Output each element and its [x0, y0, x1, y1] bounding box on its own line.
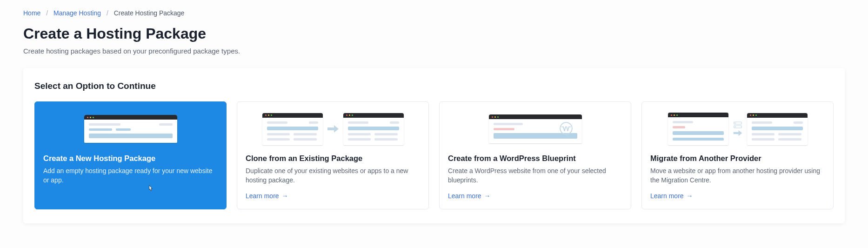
wordpress-icon: [560, 122, 573, 135]
svg-point-4: [735, 127, 736, 127]
learn-more-label: Learn more: [650, 192, 684, 200]
svg-point-0: [560, 122, 572, 134]
learn-more-link[interactable]: Learn more →: [650, 192, 825, 200]
arrow-right-icon: →: [687, 192, 693, 200]
options-panel: Select an Option to Continue Create a Ne…: [23, 68, 845, 223]
card-description: Create a WordPress website from one of y…: [448, 167, 622, 185]
breadcrumb: Home / Manage Hosting / Create Hosting P…: [23, 9, 845, 17]
svg-point-3: [735, 123, 736, 124]
arrow-right-icon: [733, 130, 742, 136]
learn-more-label: Learn more: [246, 192, 279, 200]
card-description: Move a website or app from another hosti…: [650, 167, 825, 185]
illustration-migrate: [650, 110, 825, 147]
learn-more-link[interactable]: Learn more →: [448, 192, 622, 200]
illustration-clone: [246, 110, 420, 147]
breadcrumb-home-link[interactable]: Home: [23, 9, 40, 17]
card-title: Migrate from Another Provider: [650, 154, 825, 163]
option-card-clone[interactable]: Clone from an Existing Package Duplicate…: [237, 101, 429, 209]
breadcrumb-manage-hosting-link[interactable]: Manage Hosting: [53, 9, 101, 17]
card-description: Duplicate one of your existing websites …: [246, 167, 420, 185]
page-subtitle: Create hosting packages based on your pr…: [23, 47, 845, 55]
card-title: Clone from an Existing Package: [246, 154, 420, 163]
learn-more-label: Learn more: [448, 192, 481, 200]
option-card-wordpress-blueprint[interactable]: Create from a WordPress Blueprint Create…: [439, 101, 631, 209]
arrow-right-icon: [327, 125, 339, 133]
breadcrumb-separator: /: [107, 9, 108, 17]
page-title: Create a Hosting Package: [23, 25, 845, 42]
option-cards-row: Create a New Hosting Package Add an empt…: [34, 101, 834, 209]
server-icon: [734, 121, 742, 129]
learn-more-link[interactable]: Learn more →: [246, 192, 420, 200]
option-card-migrate[interactable]: Migrate from Another Provider Move a web…: [641, 101, 834, 209]
arrow-right-icon: →: [484, 192, 491, 200]
breadcrumb-separator: /: [46, 9, 48, 17]
breadcrumb-current: Create Hosting Package: [114, 9, 185, 17]
card-title: Create from a WordPress Blueprint: [448, 154, 622, 163]
arrow-right-icon: →: [282, 192, 288, 200]
panel-heading: Select an Option to Continue: [34, 81, 834, 91]
illustration-wordpress: [448, 110, 622, 147]
option-card-create-new[interactable]: Create a New Hosting Package Add an empt…: [34, 101, 227, 209]
card-title: Create a New Hosting Package: [43, 154, 218, 163]
illustration-new-package: [43, 110, 218, 147]
card-description: Add an empty hosting package ready for y…: [43, 167, 218, 200]
